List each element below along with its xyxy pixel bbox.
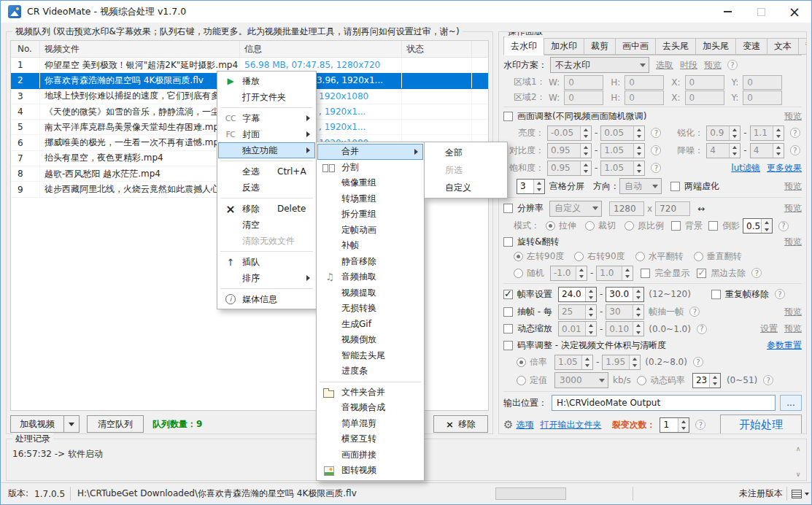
lut-filter-link[interactable]: lut滤镜 [731,162,760,174]
menu-item[interactable]: 封面 [218,126,315,142]
help-icon[interactable]: ? [790,128,800,138]
denoise-min-spinner[interactable]: 4 [706,143,741,158]
extract-min-spinner[interactable]: 25 [558,304,597,320]
random-max-spinner[interactable]: 1.0 [596,266,633,281]
spin-down-icon[interactable] [622,273,633,280]
menu-item[interactable]: 镜像重组 [317,175,423,191]
spinner-buttons[interactable] [580,161,591,175]
spinner-buttons[interactable] [761,219,772,233]
load-videos-dropdown-button[interactable] [63,415,80,433]
close-button[interactable] [778,1,811,23]
menu-item[interactable]: 图转视频 [317,463,423,479]
menu-item[interactable]: 全选Ctrl+A [218,163,315,180]
resolution-checkbox[interactable] [503,204,513,213]
rotate-left-radio[interactable] [514,252,523,261]
menu-item[interactable]: 无损转换 [317,301,423,317]
fixed-value-radio[interactable] [517,376,526,385]
region2-h-input[interactable]: 0 [625,90,664,105]
grid-count-spinner[interactable]: 3 [517,179,545,194]
spinner-buttons[interactable] [709,374,720,388]
spin-up-icon[interactable] [762,219,772,226]
spinner-buttons[interactable] [576,266,587,280]
menu-item[interactable]: 播放 [218,73,315,89]
spin-down-icon[interactable] [633,312,643,319]
menu-item[interactable]: 打开文件夹 [218,89,315,105]
spin-up-icon[interactable] [586,305,596,312]
spin-down-icon[interactable] [633,294,643,301]
spin-up-icon[interactable] [773,126,784,134]
spin-up-icon[interactable] [581,144,591,151]
minimize-button[interactable] [711,1,744,23]
output-path-input[interactable]: H:\CRVideoMate Output [552,395,776,411]
preview-link[interactable]: 预览 [784,180,802,193]
spin-down-icon[interactable] [581,150,591,158]
spin-down-icon[interactable] [773,133,784,140]
spin-up-icon[interactable] [586,322,596,329]
spinner-buttons[interactable] [580,126,591,140]
rotate-right-radio[interactable] [574,252,584,261]
menu-item[interactable]: 简单混剪 [317,416,423,432]
duplicate-frame-remove-checkbox[interactable] [711,290,721,299]
reflection-checkbox[interactable] [708,221,718,231]
spin-up-icon[interactable] [634,126,644,134]
log-view-toggle[interactable] [792,483,809,504]
spinner-buttons[interactable] [629,355,640,369]
menu-item[interactable]: 音视频合成 [317,400,423,416]
swap-dimensions-icon[interactable]: ↔ [697,204,705,214]
column-header-info[interactable]: 信息 [240,41,402,57]
spinner-buttons[interactable] [633,144,644,158]
spin-up-icon[interactable] [773,144,784,151]
spin-up-icon[interactable] [581,161,591,169]
column-header-file[interactable]: 视频文件 [40,41,240,57]
region2-w-input[interactable]: 0 [564,90,603,105]
menu-item[interactable]: 排序 [218,270,315,286]
scroll-down-icon[interactable]: ∨ [796,471,801,478]
spin-down-icon[interactable] [586,312,596,319]
menu-item[interactable]: 横竖互转 [317,431,423,447]
menu-item[interactable]: 反选 [218,180,315,196]
spin-down-icon[interactable] [576,273,587,280]
contrast-max-spinner[interactable]: 1.05 [600,143,645,158]
dynamic-zoom-checkbox[interactable] [503,324,513,334]
tab-7[interactable]: 文本 [767,38,799,55]
framerate-checkbox[interactable] [503,290,513,299]
original-ratio-radio[interactable] [625,221,634,231]
sharpen-max-spinner[interactable]: 1.1 [750,126,784,141]
spinner-buttons[interactable] [633,322,643,336]
full-display-checkbox[interactable] [641,269,650,278]
menu-item[interactable]: 音频抽取 [317,269,423,285]
spin-up-icon[interactable] [730,126,740,134]
flip-vertical-radio[interactable] [694,252,703,261]
spin-up-icon[interactable] [534,180,544,187]
spinner-buttons[interactable] [729,126,740,140]
menu-item[interactable]: 清空 [218,217,315,233]
spin-up-icon[interactable] [630,355,640,363]
spinner-buttons[interactable] [585,288,596,301]
title-bar[interactable]: CR VideoMate - 视频综合处理 v1.7.0 [1,1,811,23]
spin-down-icon[interactable] [581,133,591,140]
framerate-max-spinner[interactable]: 30.0 [606,287,644,302]
saturation-max-spinner[interactable]: 1.05 [600,161,645,176]
ratio-max-spinner[interactable]: 1.95 [602,355,641,370]
stretch-radio[interactable] [546,221,555,231]
help-icon[interactable]: ? [763,375,773,385]
resolution-preset-select[interactable]: 自定义 [549,201,602,217]
menu-item[interactable]: 插队 [218,254,315,270]
tab-6[interactable]: 变速 [736,38,767,55]
preview-link[interactable]: 预览 [784,236,802,248]
rotate-flip-checkbox[interactable] [503,237,513,247]
spinner-buttons[interactable] [585,322,596,336]
spin-up-icon[interactable] [730,144,740,151]
spinner-buttons[interactable] [633,126,644,140]
spin-up-icon[interactable] [634,161,644,169]
contrast-min-spinner[interactable]: 0.95 [547,143,592,158]
region1-y-input[interactable]: 0 [743,75,782,90]
browse-button[interactable]: ... [780,395,802,411]
dynamic-bitrate-radio[interactable] [637,376,646,385]
edge-blur-checkbox[interactable] [670,182,680,191]
help-icon[interactable]: ? [697,324,707,334]
spin-up-icon[interactable] [622,266,633,274]
black-border-remove-checkbox[interactable] [697,269,706,278]
bitrate-checkbox[interactable] [503,341,513,350]
options-link[interactable]: 选项 [516,419,533,431]
